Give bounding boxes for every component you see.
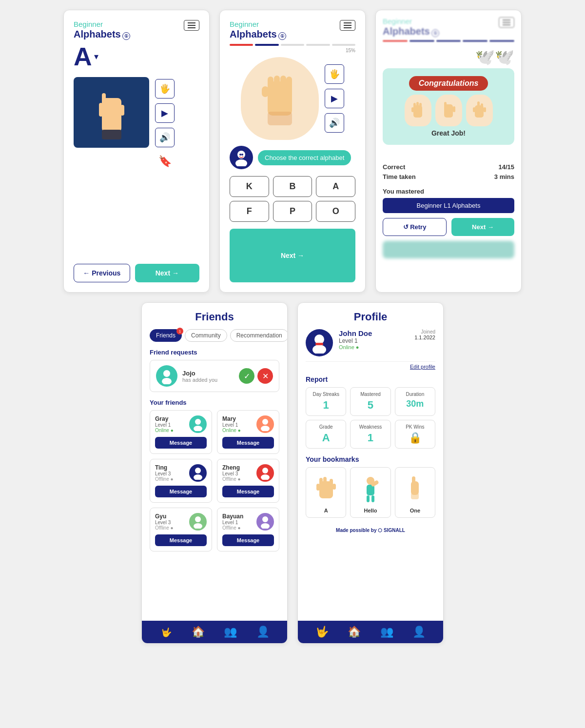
nav-profile-icon[interactable]: 👤	[256, 626, 270, 638]
progress-seg-3	[281, 44, 304, 46]
bookmark-card-hello: Hello	[350, 467, 390, 518]
bookmark-img-one	[399, 472, 431, 506]
choice-F[interactable]: F	[230, 201, 269, 222]
friend-level-bayuan: Level 1	[222, 520, 243, 525]
friend-name-gyu: Gyu	[155, 513, 174, 520]
friend-info-gyu: Gyu Level 3 Offline ●	[155, 513, 174, 531]
message-button-mary[interactable]: Message	[222, 437, 274, 449]
svg-point-36	[195, 468, 201, 473]
mastered-section: You mastered Beginner L1 Alphabets	[376, 188, 521, 218]
svg-rect-58	[371, 495, 374, 502]
request-info: Jojo has added you	[182, 370, 234, 383]
avatar	[230, 146, 253, 169]
profile-info: John Doe Level 1 Online ●	[339, 329, 409, 350]
nav-home-icon[interactable]: 🏠	[192, 626, 205, 638]
message-button-gray[interactable]: Message	[155, 437, 207, 449]
nav-friends-icon[interactable]: 👥	[224, 626, 237, 638]
friend-name-bayuan: Bayuan	[222, 513, 243, 520]
correct-value: 14/15	[498, 163, 514, 171]
menu-button-3[interactable]	[499, 17, 514, 28]
sound-btn-2[interactable]: 🔊	[325, 113, 344, 133]
profile-title: Profile	[306, 311, 435, 323]
notification-dot: 1	[176, 328, 183, 334]
progress-seg-2	[255, 44, 278, 46]
mastered-stat-label: Mastered	[354, 392, 386, 397]
next-button-2[interactable]: Next →	[230, 229, 355, 282]
next-button-3[interactable]: Next →	[451, 218, 514, 236]
congrats-banner: Congratulations	[409, 76, 488, 91]
friend-avatar-zheng	[256, 464, 274, 482]
friend-header-gyu: Gyu Level 3 Offline ●	[155, 513, 207, 531]
bottom-nav-bar-friends: 🤟 🏠 👥 👤	[142, 621, 287, 643]
title: Alphabets	[74, 29, 121, 39]
friend-card-bayuan: Bayuan Level 1 Offline ● Message	[217, 508, 279, 551]
message-button-gyu[interactable]: Message	[155, 534, 207, 546]
choice-A[interactable]: A	[316, 176, 355, 197]
stat-pk-wins: PK Wins 🔒	[395, 420, 435, 449]
brand-logo: ⬡ SIGNALL	[378, 528, 405, 533]
friend-level-gyu: Level 3	[155, 520, 174, 525]
tab-recommendation[interactable]: Recommendation	[230, 329, 287, 342]
header-title-block: Beginner Alphabets①	[74, 20, 130, 40]
nav-sign-icon-profile[interactable]: 🤟	[315, 626, 329, 638]
nav-home-icon-profile[interactable]: 🏠	[348, 626, 361, 638]
accept-button[interactable]: ✓	[239, 368, 254, 384]
hand-icon-btn-2[interactable]: 🖐	[325, 64, 344, 84]
hand-icon-button[interactable]: 🖐	[155, 79, 175, 98]
svg-rect-19	[416, 102, 419, 109]
joined-label: Joined	[414, 329, 435, 334]
hand-trio	[390, 95, 507, 126]
letter-selector[interactable]: A ▾	[74, 44, 199, 69]
hand-mini-1	[405, 95, 431, 126]
stats-grid: Day Streaks 1 Mastered 5 Duration 30m	[306, 387, 435, 449]
play-button[interactable]: ▶	[155, 103, 175, 123]
report-section: Report Day Streaks 1 Mastered 5 Duration	[306, 375, 435, 449]
svg-rect-53	[332, 484, 336, 490]
content-area: 🖐 ▶ 🔊 🔖	[74, 77, 199, 171]
previous-button[interactable]: ← Previous	[74, 264, 130, 282]
mastered-stat-value: 5	[354, 399, 386, 412]
choice-O[interactable]: O	[316, 201, 355, 222]
retry-button[interactable]: ↺ Retry	[383, 218, 447, 236]
choice-K[interactable]: K	[230, 176, 269, 197]
bookmark-button[interactable]: 🔖	[155, 152, 175, 171]
friend-avatar-bayuan	[256, 513, 274, 531]
svg-point-40	[195, 516, 201, 522]
svg-rect-20	[419, 103, 422, 109]
card1-header: Beginner Alphabets①	[74, 20, 199, 40]
message-button-zheng[interactable]: Message	[222, 486, 274, 497]
card-alphabet-lesson: Beginner Alphabets① A ▾	[63, 10, 210, 293]
play-btn-2[interactable]: ▶	[325, 89, 344, 108]
avatar-speech: Choose the correct alphabet	[230, 146, 355, 169]
decline-button[interactable]: ✕	[257, 368, 273, 384]
bookmarks-section: Your bookmarks	[306, 455, 435, 518]
sound-button[interactable]: 🔊	[155, 128, 175, 147]
choice-B[interactable]: B	[273, 176, 312, 197]
edit-profile-link[interactable]: Edit profile	[306, 364, 435, 370]
menu-button-2[interactable]	[340, 20, 355, 31]
friend-level: Level 1	[155, 422, 174, 428]
correct-label: Correct	[383, 163, 405, 171]
nav-friends-icon-profile[interactable]: 👥	[380, 626, 393, 638]
svg-point-41	[194, 523, 202, 529]
menu-button[interactable]	[184, 20, 199, 31]
big-hand-area: 🖐 ▶ 🔊	[230, 57, 355, 140]
tab-friends[interactable]: Friends 1	[150, 329, 182, 342]
nav-sign-icon[interactable]: 🤟	[159, 626, 172, 638]
tab-community[interactable]: Community	[185, 329, 227, 342]
friend-card-mary: Mary Level 1 Online ● Message	[217, 410, 279, 454]
svg-rect-27	[481, 103, 483, 110]
message-button-bayuan[interactable]: Message	[222, 534, 274, 546]
day-streaks-value: 1	[310, 399, 342, 412]
message-button-ting[interactable]: Message	[155, 486, 207, 497]
friend-header-zheng: Zheng Level 3 Offline ●	[222, 464, 274, 482]
friend-level-mary: Level 1	[222, 422, 241, 428]
svg-rect-5	[102, 130, 121, 139]
report-title: Report	[306, 375, 435, 383]
friend-info-zheng: Zheng Level 3 Offline ●	[222, 464, 241, 482]
choice-P[interactable]: P	[273, 201, 312, 222]
duration-value: 30m	[399, 399, 431, 409]
nav-profile-icon-profile[interactable]: 👤	[412, 626, 426, 638]
next-button[interactable]: Next →	[135, 264, 199, 282]
request-avatar	[156, 365, 177, 387]
